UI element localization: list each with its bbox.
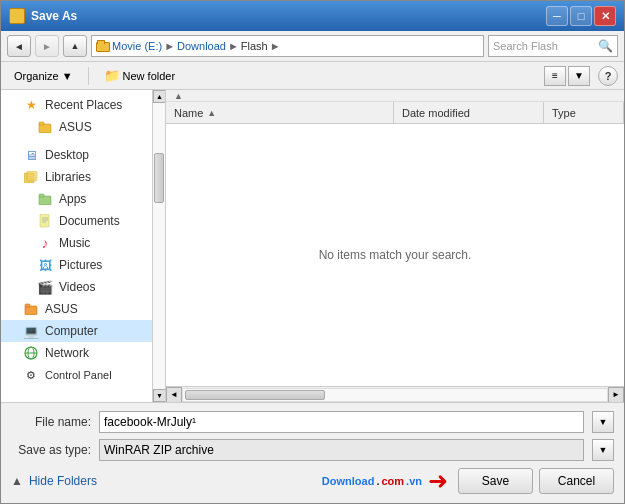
- breadcrumb-item-2[interactable]: Download: [177, 40, 226, 52]
- maximize-button[interactable]: □: [570, 6, 592, 26]
- scroll-thumb[interactable]: [154, 153, 164, 203]
- scroll-right-button[interactable]: ►: [608, 387, 624, 403]
- libraries-icon: [23, 169, 39, 185]
- window-title: Save As: [31, 9, 546, 23]
- recent-places-icon: ★: [23, 97, 39, 113]
- sidebar-item-pictures[interactable]: 🖼 Pictures: [1, 254, 152, 276]
- search-box[interactable]: Search Flash 🔍: [488, 35, 618, 57]
- left-panel-wrapper: ★ Recent Places ASUS: [1, 90, 166, 402]
- breadcrumb-sep-2: ►: [228, 40, 239, 52]
- col-header-date[interactable]: Date modified: [394, 102, 544, 123]
- breadcrumb-sep-3: ►: [270, 40, 281, 52]
- file-list: No items match your search.: [166, 124, 624, 386]
- left-panel: ★ Recent Places ASUS: [1, 90, 152, 402]
- save-as-dialog: Save As ─ □ ✕ ◄ ► ▲ Movie (E:) ► Downloa…: [0, 0, 625, 504]
- pictures-label: Pictures: [59, 258, 102, 272]
- breadcrumb-folder-icon: [96, 42, 110, 52]
- sidebar-item-control-panel[interactable]: ⚙ Control Panel: [1, 364, 152, 386]
- h-scroll-track: [182, 388, 608, 402]
- save-button-label: Save: [482, 474, 509, 488]
- watermark-dot: .: [376, 475, 379, 487]
- watermark: Download . com .vn: [322, 475, 422, 487]
- title-bar: Save As ─ □ ✕: [1, 1, 624, 31]
- file-name-label: File name:: [11, 415, 91, 429]
- watermark-download: Download: [322, 475, 375, 487]
- new-folder-button[interactable]: 📁 New folder: [97, 65, 183, 86]
- up-button[interactable]: ▲: [63, 35, 87, 57]
- bottom-section: File name: ▼ Save as type: ▼ ▲ Hide Fold…: [1, 402, 624, 503]
- asus2-label: ASUS: [45, 302, 78, 316]
- save-button[interactable]: Save: [458, 468, 533, 494]
- music-icon: ♪: [37, 235, 53, 251]
- sidebar-item-computer[interactable]: 💻 Computer: [1, 320, 152, 342]
- pictures-icon: 🖼: [37, 257, 53, 273]
- right-panel: ▲ Name ▲ Date modified Type No items mat…: [166, 90, 624, 402]
- minimize-button[interactable]: ─: [546, 6, 568, 26]
- save-as-type-row: Save as type: ▼: [11, 439, 614, 461]
- organize-button[interactable]: Organize ▼: [7, 67, 80, 85]
- sidebar-item-music[interactable]: ♪ Music: [1, 232, 152, 254]
- hide-folders-button[interactable]: Hide Folders: [29, 474, 97, 488]
- svg-rect-5: [39, 194, 44, 197]
- sidebar-item-network[interactable]: Network: [1, 342, 152, 364]
- breadcrumb[interactable]: Movie (E:) ► Download ► Flash ►: [91, 35, 484, 57]
- scroll-down-button[interactable]: ▼: [153, 389, 166, 402]
- h-scroll-thumb[interactable]: [185, 390, 325, 400]
- view-list-button[interactable]: ≡: [544, 66, 566, 86]
- col-header-name[interactable]: Name ▲: [166, 102, 394, 123]
- file-name-dropdown[interactable]: ▼: [592, 411, 614, 433]
- asus-recent-icon: [37, 119, 53, 135]
- toolbar-separator: [88, 67, 89, 85]
- scroll-left-button[interactable]: ◄: [166, 387, 182, 403]
- help-button[interactable]: ?: [598, 66, 618, 86]
- scroll-track: [153, 103, 165, 389]
- sidebar-item-asus2[interactable]: ASUS: [1, 298, 152, 320]
- col-header-type[interactable]: Type: [544, 102, 624, 123]
- horizontal-scrollbar: ◄ ►: [166, 386, 624, 402]
- col-date-label: Date modified: [402, 107, 470, 119]
- breadcrumb-item-1[interactable]: Movie (E:): [112, 40, 162, 52]
- save-as-type-dropdown[interactable]: ▼: [592, 439, 614, 461]
- sidebar-item-desktop[interactable]: 🖥 Desktop: [1, 144, 152, 166]
- breadcrumb-item-3[interactable]: Flash: [241, 40, 268, 52]
- asus2-icon: [23, 301, 39, 317]
- file-name-input[interactable]: [99, 411, 584, 433]
- col-sort-arrow: ▲: [207, 108, 216, 118]
- scroll-up-button[interactable]: ▲: [153, 90, 166, 103]
- network-label: Network: [45, 346, 89, 360]
- computer-icon: 💻: [23, 323, 39, 339]
- apps-icon: [37, 191, 53, 207]
- computer-label: Computer: [45, 324, 98, 338]
- watermark-com: com: [381, 475, 404, 487]
- sidebar-item-asus-recent[interactable]: ASUS: [1, 116, 152, 138]
- new-folder-icon: 📁: [104, 68, 120, 83]
- sort-indicator: ▲: [174, 91, 183, 101]
- back-button[interactable]: ◄: [7, 35, 31, 57]
- sidebar-item-documents[interactable]: Documents: [1, 210, 152, 232]
- sidebar-item-videos[interactable]: 🎬 Videos: [1, 276, 152, 298]
- cancel-button[interactable]: Cancel: [539, 468, 614, 494]
- hide-folders-icon: ▲: [11, 474, 23, 488]
- documents-label: Documents: [59, 214, 120, 228]
- view-dropdown-button[interactable]: ▼: [568, 66, 590, 86]
- network-icon: [23, 345, 39, 361]
- svg-rect-10: [25, 306, 37, 315]
- organize-arrow: ▼: [62, 70, 73, 82]
- view-buttons: ≡ ▼: [544, 66, 590, 86]
- sidebar-item-recent-places[interactable]: ★ Recent Places: [1, 94, 152, 116]
- new-folder-label: New folder: [123, 70, 176, 82]
- sidebar-item-apps[interactable]: Apps: [1, 188, 152, 210]
- col-type-label: Type: [552, 107, 576, 119]
- watermark-vn: .vn: [406, 475, 422, 487]
- svg-rect-6: [40, 214, 49, 227]
- forward-button[interactable]: ►: [35, 35, 59, 57]
- breadcrumb-sep-1: ►: [164, 40, 175, 52]
- desktop-label: Desktop: [45, 148, 89, 162]
- left-scrollbar: ▲ ▼: [152, 90, 165, 402]
- close-button[interactable]: ✕: [594, 6, 616, 26]
- videos-icon: 🎬: [37, 279, 53, 295]
- save-as-type-input[interactable]: [99, 439, 584, 461]
- sidebar-item-libraries[interactable]: Libraries: [1, 166, 152, 188]
- apps-label: Apps: [59, 192, 86, 206]
- file-name-row: File name: ▼: [11, 411, 614, 433]
